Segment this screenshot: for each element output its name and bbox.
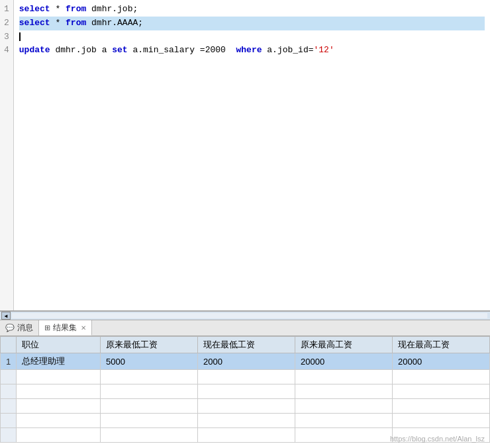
horizontal-scrollbar[interactable]: ◀ <box>0 311 490 320</box>
empty-cell <box>295 428 393 443</box>
empty-cell <box>17 384 101 399</box>
row-num-header <box>1 337 17 353</box>
empty-row <box>1 370 490 384</box>
editor-container: 1234 select * from dmhr.job;select * fro… <box>0 0 490 311</box>
str-val: '12' <box>314 45 334 55</box>
bottom-panel: 💬消息⊞结果集✕ 职位原来最低工资现在最低工资原来最高工资现在最高工资 1总经理… <box>0 320 490 448</box>
tab-label-1: 结果集 <box>53 322 77 334</box>
tab-结果集[interactable]: ⊞结果集✕ <box>39 320 92 336</box>
scroll-track <box>12 313 487 318</box>
kw-from: from <box>66 4 86 14</box>
code-line-1[interactable]: select * from dmhr.job; <box>19 3 485 17</box>
cell-0-4: 20000 <box>393 353 490 370</box>
code-line-2[interactable]: select * from dmhr.AAAA; <box>19 17 485 30</box>
kw-update: update <box>19 45 50 55</box>
empty-cell <box>101 399 198 414</box>
empty-cell <box>1 384 17 399</box>
empty-cell <box>17 414 101 428</box>
empty-cell <box>101 414 198 428</box>
watermark: https://blog.csdn.net/Alan_lsz <box>390 435 485 443</box>
empty-cell <box>295 399 393 414</box>
line-numbers: 1234 <box>0 0 14 310</box>
empty-cell <box>393 370 490 384</box>
empty-cell <box>198 370 295 384</box>
empty-cell <box>101 370 198 384</box>
empty-cell <box>17 428 101 443</box>
empty-cell <box>1 414 17 428</box>
tab-消息[interactable]: 💬消息 <box>0 320 39 336</box>
empty-cell <box>198 428 295 443</box>
cell-0-1: 5000 <box>101 353 198 370</box>
table-row: 1总经理助理500020002000020000 <box>1 353 490 370</box>
col-header-0: 职位 <box>17 337 101 353</box>
msg-icon: 💬 <box>5 324 15 332</box>
cell-0-2: 2000 <box>198 353 295 370</box>
cell-0-0: 总经理助理 <box>17 353 101 370</box>
col-header-4: 现在最高工资 <box>393 337 490 353</box>
empty-cell <box>198 414 295 428</box>
kw-select2: select <box>19 18 50 28</box>
code-area[interactable]: select * from dmhr.job;select * from dmh… <box>14 0 490 310</box>
empty-cell <box>295 414 393 428</box>
col-header-2: 现在最低工资 <box>198 337 295 353</box>
empty-cell <box>101 384 198 399</box>
row-num-0: 1 <box>1 353 17 370</box>
empty-cell <box>1 428 17 443</box>
empty-cell <box>393 399 490 414</box>
empty-cell <box>295 370 393 384</box>
kw-select: select <box>19 4 50 14</box>
tab-close-1[interactable]: ✕ <box>81 324 86 332</box>
empty-row <box>1 399 490 414</box>
empty-row <box>1 384 490 399</box>
col-header-1: 原来最低工资 <box>101 337 198 353</box>
tab-label-0: 消息 <box>17 322 33 334</box>
results-table: 职位原来最低工资现在最低工资原来最高工资现在最高工资 1总经理助理5000200… <box>0 336 490 443</box>
kw-from2: from <box>66 18 86 28</box>
scroll-left-button[interactable]: ◀ <box>1 312 11 320</box>
cell-0-3: 20000 <box>295 353 393 370</box>
empty-cell <box>101 428 198 443</box>
empty-cell <box>198 384 295 399</box>
empty-cell <box>17 399 101 414</box>
empty-cell <box>198 399 295 414</box>
empty-cell <box>1 399 17 414</box>
code-line-3[interactable] <box>19 30 485 44</box>
empty-cell <box>17 370 101 384</box>
empty-cell <box>393 384 490 399</box>
kw-where: where <box>236 45 262 55</box>
table-header: 职位原来最低工资现在最低工资原来最高工资现在最高工资 <box>1 337 490 353</box>
table-body: 1总经理助理500020002000020000 <box>1 353 490 443</box>
col-header-3: 原来最高工资 <box>295 337 393 353</box>
table-icon: ⊞ <box>44 324 50 332</box>
empty-row <box>1 414 490 428</box>
empty-cell <box>295 384 393 399</box>
kw-set: set <box>112 45 127 55</box>
tabs-row: 💬消息⊞结果集✕ <box>0 320 490 336</box>
editor-content: 1234 select * from dmhr.job;select * fro… <box>0 0 490 310</box>
empty-cell <box>1 370 17 384</box>
empty-cell <box>393 414 490 428</box>
results-area[interactable]: 职位原来最低工资现在最低工资原来最高工资现在最高工资 1总经理助理5000200… <box>0 336 490 448</box>
code-line-4[interactable]: update dmhr.job a set a.min_salary =2000… <box>19 44 485 58</box>
